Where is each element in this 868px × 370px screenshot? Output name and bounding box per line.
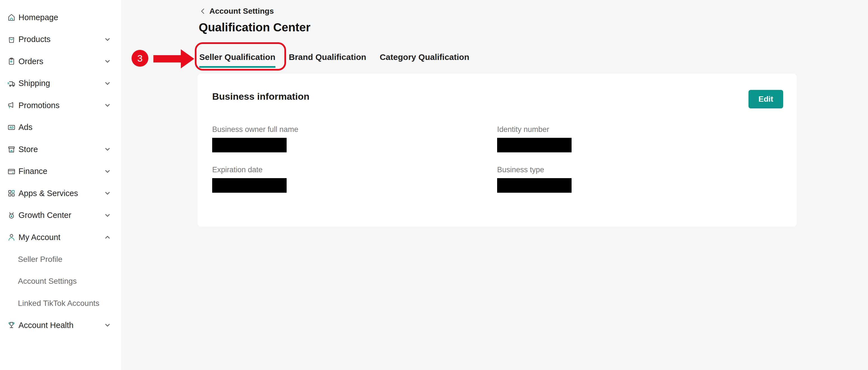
sidebar-subitem-label: Seller Profile bbox=[18, 255, 62, 264]
field-label: Business type bbox=[497, 165, 571, 174]
svg-text:AD: AD bbox=[9, 126, 14, 129]
chevron-left-icon bbox=[199, 7, 207, 16]
trophy-icon bbox=[7, 321, 16, 330]
breadcrumb[interactable]: Account Settings bbox=[199, 7, 274, 16]
ad-badge-icon: AD bbox=[7, 123, 16, 132]
redacted-value bbox=[212, 138, 287, 152]
sidebar-item-label: My Account bbox=[19, 233, 60, 242]
arrow-annotation bbox=[152, 48, 195, 70]
redacted-value bbox=[497, 138, 571, 152]
redacted-value bbox=[212, 178, 287, 193]
edit-button[interactable]: Edit bbox=[748, 90, 783, 108]
card-title: Business information bbox=[212, 91, 310, 102]
chevron-down-icon bbox=[104, 146, 111, 153]
medal-icon bbox=[7, 211, 16, 220]
tab-brand-qualification[interactable]: Brand Qualification bbox=[289, 52, 366, 68]
step-number-badge: 3 bbox=[131, 50, 148, 67]
tab-seller-qualification[interactable]: Seller Qualification bbox=[199, 52, 275, 68]
field-label: Expiration date bbox=[212, 165, 287, 174]
sidebar-item-store[interactable]: Store bbox=[0, 138, 122, 161]
chevron-down-icon bbox=[104, 36, 111, 43]
sidebar-item-label: Apps & Services bbox=[19, 189, 78, 198]
sidebar-subitem-label: Linked TikTok Accounts bbox=[18, 299, 99, 308]
chevron-up-icon bbox=[104, 234, 111, 241]
field-label: Identity number bbox=[497, 125, 571, 134]
tab-bar: Seller Qualification Brand Qualification… bbox=[199, 52, 469, 68]
chevron-down-icon bbox=[104, 80, 111, 87]
person-icon bbox=[7, 233, 16, 241]
sidebar-item-account-settings[interactable]: Account Settings bbox=[0, 270, 122, 292]
chevron-down-icon bbox=[104, 212, 111, 219]
clipboard-icon bbox=[7, 57, 16, 65]
bag-icon bbox=[7, 35, 16, 44]
tab-category-qualification[interactable]: Category Qualification bbox=[379, 52, 469, 68]
field-business-owner-full-name: Business owner full name bbox=[212, 125, 299, 152]
sidebar-item-apps-services[interactable]: Apps & Services bbox=[0, 182, 122, 204]
sidebar-item-label: Account Health bbox=[19, 321, 73, 330]
field-business-type: Business type bbox=[497, 165, 571, 193]
sidebar-item-label: Growth Center bbox=[19, 210, 71, 220]
sidebar-item-label: Finance bbox=[19, 167, 47, 176]
sidebar-item-my-account[interactable]: My Account bbox=[0, 226, 122, 249]
grid-icon bbox=[7, 189, 16, 197]
chevron-down-icon bbox=[104, 102, 111, 109]
sidebar-item-growth-center[interactable]: Growth Center bbox=[0, 204, 122, 227]
main-content: Account Settings Qualification Center Se… bbox=[123, 0, 868, 370]
page-title: Qualification Center bbox=[199, 21, 310, 34]
home-icon bbox=[7, 13, 16, 22]
field-label: Business owner full name bbox=[212, 125, 299, 134]
sidebar-item-label: Orders bbox=[19, 57, 43, 66]
sidebar-item-seller-profile[interactable]: Seller Profile bbox=[0, 249, 122, 271]
chevron-down-icon bbox=[104, 190, 111, 197]
megaphone-icon bbox=[7, 101, 16, 110]
chevron-down-icon bbox=[104, 321, 111, 329]
chevron-down-icon bbox=[104, 58, 111, 65]
chevron-down-icon bbox=[104, 168, 111, 175]
sidebar-item-label: Promotions bbox=[19, 101, 60, 110]
business-information-card: Business information Edit Business owner… bbox=[197, 74, 797, 227]
sidebar-item-promotions[interactable]: Promotions bbox=[0, 94, 122, 116]
sidebar-item-label: Ads bbox=[19, 123, 32, 132]
sidebar-item-linked-tiktok-accounts[interactable]: Linked TikTok Accounts bbox=[0, 292, 122, 315]
redacted-value bbox=[497, 178, 571, 193]
sidebar-item-ads[interactable]: AD Ads bbox=[0, 116, 122, 139]
sidebar-item-label: Homepage bbox=[19, 13, 58, 22]
sidebar-item-label: Shipping bbox=[19, 79, 50, 88]
sidebar-item-label: Products bbox=[19, 35, 51, 44]
sidebar-item-account-health[interactable]: Account Health bbox=[0, 314, 122, 336]
sidebar-item-products[interactable]: Products bbox=[0, 29, 122, 51]
sidebar-item-orders[interactable]: Orders bbox=[0, 50, 122, 73]
sidebar-item-label: Store bbox=[19, 145, 38, 154]
field-identity-number: Identity number bbox=[497, 125, 571, 152]
sidebar-subitem-label: Account Settings bbox=[18, 277, 77, 286]
truck-icon bbox=[7, 79, 16, 88]
field-expiration-date: Expiration date bbox=[212, 165, 287, 193]
breadcrumb-label: Account Settings bbox=[209, 7, 274, 16]
credit-card-icon bbox=[7, 167, 16, 176]
seller-center-app: Homepage Products Orders Shipping bbox=[0, 0, 868, 370]
sidebar-item-finance[interactable]: Finance bbox=[0, 161, 122, 182]
sidebar: Homepage Products Orders Shipping bbox=[0, 0, 122, 370]
sidebar-item-homepage[interactable]: Homepage bbox=[0, 6, 122, 29]
storefront-icon bbox=[7, 145, 16, 153]
sidebar-item-shipping[interactable]: Shipping bbox=[0, 73, 122, 95]
